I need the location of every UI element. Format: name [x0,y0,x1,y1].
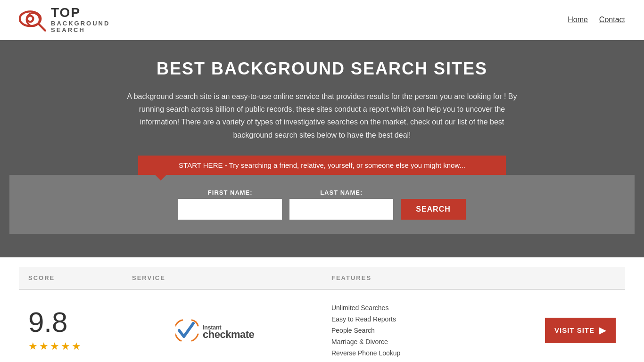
svg-line-3 [39,25,45,31]
search-banner: START HERE - Try searching a friend, rel… [138,156,506,175]
feature-1-5: Reverse Phone Lookup [331,349,531,357]
hero-section: BEST BACKGROUND SEARCH SITES A backgroun… [0,40,644,257]
search-button[interactable]: SEARCH [401,199,466,220]
star-5: ★ [72,340,81,353]
features-cell-1: Unlimited Searches Easy to Read Reports … [331,304,531,357]
col-features: FEATURES [331,274,531,281]
feature-1-3: People Search [331,327,531,334]
feature-1-1: Unlimited Searches [331,304,531,312]
nav-contact[interactable]: Contact [599,16,625,24]
star-2: ★ [39,340,49,353]
feature-1-4: Marriage & Divorce [331,338,531,346]
col-action [531,274,616,281]
search-form: FIRST NAME: LAST NAME: SEARCH [119,189,525,220]
svg-text:checkmate: checkmate [203,329,255,340]
checkmate-logo-svg: instant checkmate [175,316,289,345]
col-service: SERVICE [132,274,331,281]
last-name-label: LAST NAME: [289,189,393,196]
table-row: 9.8 ★ ★ ★ ★ ★ [19,290,625,362]
first-name-group: FIRST NAME: [178,189,282,220]
star-1: ★ [28,340,38,353]
logo: TOP BACKGROUNDSEARCH [19,6,110,33]
visit-site-button-1[interactable]: VISIT SITE ▶ [545,318,616,343]
score-cell-1: 9.8 ★ ★ ★ ★ ★ [28,308,132,353]
col-score: SCORE [28,274,132,281]
hero-description: A background search site is an easy-to-u… [119,90,525,141]
score-value-1: 9.8 [28,308,67,337]
header: TOP BACKGROUNDSEARCH Home Contact [0,0,644,40]
star-4: ★ [61,340,70,353]
nav-home[interactable]: Home [568,16,588,24]
star-3: ★ [50,340,59,353]
logo-bottom-text: BACKGROUNDSEARCH [51,20,110,34]
svg-point-2 [28,17,33,21]
arrow-icon-1: ▶ [599,325,606,336]
last-name-group: LAST NAME: [289,189,393,220]
search-banner-text: START HERE - Try searching a friend, rel… [179,161,465,169]
first-name-label: FIRST NAME: [178,189,282,196]
first-name-input[interactable] [178,199,282,220]
service-cell-1: instant checkmate [132,316,331,345]
feature-1-2: Easy to Read Reports [331,315,531,323]
visit-btn-label-1: VISIT SITE [554,326,594,334]
main-nav: Home Contact [568,16,625,24]
results-table-section: SCORE SERVICE FEATURES 9.8 ★ ★ ★ ★ ★ [0,267,644,362]
stars-1: ★ ★ ★ ★ ★ [28,340,81,353]
visit-cell-1: VISIT SITE ▶ [531,318,616,343]
logo-icon [19,7,47,33]
last-name-input[interactable] [289,199,393,220]
logo-text: TOP BACKGROUNDSEARCH [51,6,110,33]
table-header: SCORE SERVICE FEATURES [19,267,625,290]
logo-top-text: TOP [51,6,110,20]
search-form-area: FIRST NAME: LAST NAME: SEARCH [9,175,635,234]
page-title: BEST BACKGROUND SEARCH SITES [9,59,635,79]
